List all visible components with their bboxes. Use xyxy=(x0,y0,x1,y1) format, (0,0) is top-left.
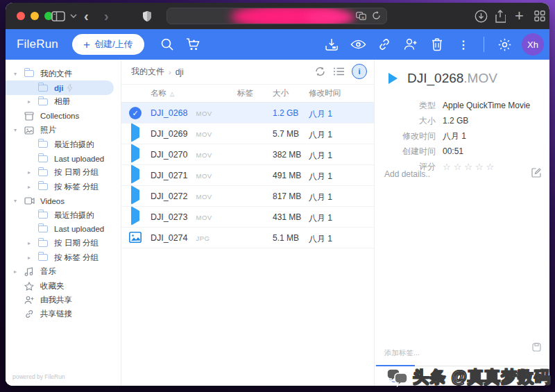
folder-icon xyxy=(38,211,49,219)
folder-icon xyxy=(38,140,49,148)
cart-icon[interactable] xyxy=(180,34,207,55)
column-headers: 名称△ 标签 大小 修改时间 xyxy=(121,85,374,103)
sidebar-item-photos-by-date[interactable]: ▸ 按 日期 分组 xyxy=(6,166,121,180)
tag-save-icon[interactable] xyxy=(532,343,541,352)
create-upload-label: 创建/上传 xyxy=(94,38,133,51)
settings-gear-icon[interactable] xyxy=(491,34,518,55)
tab-overview-icon[interactable] xyxy=(534,8,545,24)
sidebar-item-recent-videos[interactable]: 最近拍摄的 xyxy=(6,208,121,222)
expand-arrow-icon[interactable]: ▾ xyxy=(14,127,24,133)
app-header: FileRun + 创建/上传 ⋮ xyxy=(6,29,549,60)
expand-arrow-icon[interactable]: ▾ xyxy=(14,71,24,77)
details-file-name: DJI_0268 xyxy=(407,71,463,85)
folder-icon xyxy=(38,169,49,177)
sidebar-toggle-icon[interactable] xyxy=(51,8,65,24)
image-thumbnail-icon[interactable] xyxy=(129,232,142,244)
trash-icon[interactable] xyxy=(424,34,450,55)
add-tag-input[interactable]: 添加标签... xyxy=(384,348,420,358)
collapse-arrow-icon[interactable]: ▸ xyxy=(28,184,38,190)
speech-bubbles-icon xyxy=(385,367,410,388)
file-date: 八月 1 xyxy=(309,150,332,162)
reload-icon[interactable] xyxy=(372,11,381,20)
file-row[interactable]: ✓ DJI_0268MOV 1.2 GB 八月 1 xyxy=(121,103,374,123)
collapse-arrow-icon[interactable]: ▸ xyxy=(28,99,38,105)
play-icon[interactable] xyxy=(129,148,142,161)
file-row[interactable]: DJI_0273MOV 431 MB 八月 1 xyxy=(121,207,374,228)
meta-label: 修改时间 xyxy=(375,130,436,142)
search-icon[interactable] xyxy=(154,34,180,55)
close-window-button[interactable] xyxy=(17,12,25,20)
selected-check-icon[interactable]: ✓ xyxy=(129,107,142,119)
sidebar-item-last-uploaded-photos[interactable]: Last uploaded xyxy=(6,151,121,165)
list-view-icon[interactable] xyxy=(333,67,345,76)
header-divider xyxy=(484,37,484,52)
sidebar-item-shared-links[interactable]: 共享链接 xyxy=(6,307,121,321)
rating-stars[interactable]: ☆☆☆☆☆ xyxy=(443,162,497,172)
downloads-icon[interactable] xyxy=(475,8,488,24)
info-toggle-button[interactable]: i xyxy=(352,64,367,79)
file-name: DJI_0272 xyxy=(151,191,188,201)
sidebar-item-favorites[interactable]: 收藏夹 xyxy=(6,279,121,293)
file-row[interactable]: DJI_0271MOV 491 MB 八月 1 xyxy=(121,165,374,186)
forward-button[interactable]: › xyxy=(104,8,109,24)
chevron-down-icon[interactable] xyxy=(70,8,77,24)
file-ext: MOV xyxy=(196,151,212,159)
avatar[interactable]: Xh xyxy=(522,33,544,56)
column-date[interactable]: 修改时间 xyxy=(309,88,341,99)
sidebar-item-videos[interactable]: ▾ Videos xyxy=(6,194,121,208)
file-row[interactable]: DJI_0274JPG 5.1 MB 八月 1 xyxy=(121,228,374,248)
collapse-arrow-icon[interactable]: ▸ xyxy=(28,169,38,176)
collapse-arrow-icon[interactable]: ▸ xyxy=(28,255,38,261)
edit-pencil-icon[interactable] xyxy=(531,168,541,178)
sidebar-item-last-uploaded-videos[interactable]: Last uploaded xyxy=(6,222,121,236)
app-logo[interactable]: FileRun xyxy=(17,37,58,51)
sidebar-item-dji[interactable]: dji xyxy=(6,80,114,94)
column-tag[interactable]: 标签 xyxy=(237,88,253,99)
play-icon[interactable] xyxy=(129,128,142,140)
sidebar-item-videos-by-date[interactable]: ▸ 按 日期 分组 xyxy=(6,237,121,250)
download-icon[interactable] xyxy=(318,34,345,55)
sidebar-item-recent-photos[interactable]: 最近拍摄的 xyxy=(6,137,121,151)
sidebar-item-photos-by-tag[interactable]: ▸ 按 标签 分组 xyxy=(6,180,121,194)
file-ext: MOV xyxy=(196,214,212,221)
link-icon[interactable] xyxy=(371,34,398,55)
preview-eye-icon[interactable] xyxy=(345,34,371,55)
expand-arrow-icon[interactable]: ▾ xyxy=(14,198,24,204)
play-icon[interactable] xyxy=(129,169,142,182)
file-date: 八月 1 xyxy=(309,129,332,141)
create-upload-button[interactable]: + 创建/上传 xyxy=(72,34,144,55)
share-icon[interactable] xyxy=(495,8,506,24)
minimize-window-button[interactable] xyxy=(31,12,39,20)
more-options-icon[interactable]: ⋮ xyxy=(450,34,477,55)
column-size[interactable]: 大小 xyxy=(273,88,289,99)
play-icon[interactable] xyxy=(129,211,142,223)
file-size: 382 MB xyxy=(273,150,301,160)
sidebar-item-albums[interactable]: ▸ 相册 xyxy=(6,95,121,109)
breadcrumb-current[interactable]: dji xyxy=(176,67,184,77)
shield-icon[interactable] xyxy=(142,8,152,24)
play-icon[interactable] xyxy=(388,73,398,84)
sidebar-item-photos[interactable]: ▾ 照片 xyxy=(6,123,121,137)
sidebar-item-videos-by-tag[interactable]: ▸ 按 标签 分组 xyxy=(6,250,121,264)
file-row[interactable]: DJI_0270MOV 382 MB 八月 1 xyxy=(121,144,374,165)
play-icon[interactable] xyxy=(129,190,142,203)
sidebar-item-shared-by-me[interactable]: 由我共享 xyxy=(6,293,121,307)
file-row[interactable]: DJI_0272MOV 817 MB 八月 1 xyxy=(121,186,374,207)
breadcrumb-root[interactable]: 我的文件 xyxy=(131,66,164,78)
sidebar-item-music[interactable]: ▸ 音乐 xyxy=(6,264,121,278)
sidebar-item-collections[interactable]: Collections xyxy=(6,109,121,123)
sidebar-item-my-files[interactable]: ▾ 我的文件 xyxy=(6,67,121,80)
refresh-icon[interactable] xyxy=(314,66,326,77)
collapse-arrow-icon[interactable]: ▸ xyxy=(28,240,38,246)
add-details-field[interactable]: Add details.. xyxy=(384,169,430,179)
column-name[interactable]: 名称△ xyxy=(151,88,174,99)
new-tab-icon[interactable]: + xyxy=(515,8,524,24)
address-bar[interactable]: vip.biz a xyxy=(166,8,387,24)
collapse-arrow-icon[interactable]: ▸ xyxy=(14,269,24,275)
back-button[interactable]: ‹ xyxy=(84,8,89,24)
translate-icon[interactable]: a xyxy=(356,12,366,20)
file-row[interactable]: DJI_0269MOV 5.7 MB 八月 1 xyxy=(121,123,374,144)
user-plus-icon xyxy=(24,296,35,304)
sidebar: ▾ 我的文件 dji ▸ 相册 xyxy=(6,60,121,386)
share-user-icon[interactable] xyxy=(398,34,424,55)
